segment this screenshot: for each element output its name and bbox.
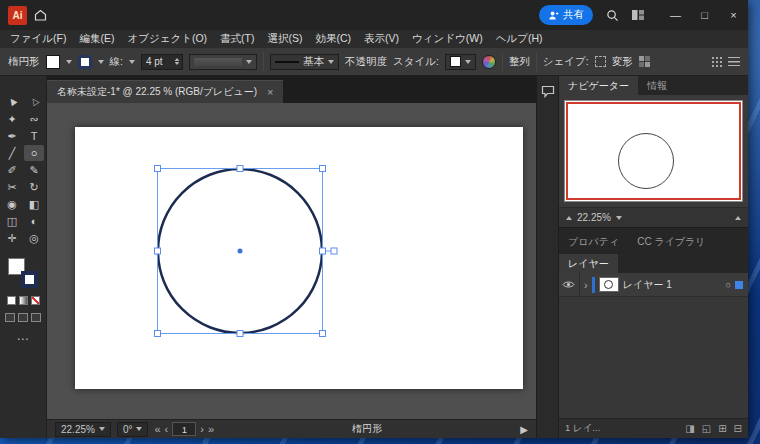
new-layer-button[interactable]: ⊞ <box>718 423 726 434</box>
maximize-button[interactable]: □ <box>690 0 719 30</box>
recolor-artwork-button[interactable] <box>482 55 496 69</box>
align-button[interactable]: 整列 <box>509 55 530 69</box>
center-point[interactable] <box>238 249 243 254</box>
previous-artboard-button[interactable]: ‹ <box>165 423 169 435</box>
navigator-zoom-value[interactable]: 22.25% <box>577 212 611 223</box>
selection-handle[interactable] <box>237 166 243 172</box>
width-profile-dropdown[interactable] <box>189 54 257 70</box>
rotate-tool[interactable]: ↻ <box>24 179 44 195</box>
zoom-tool[interactable]: ◎ <box>24 230 44 246</box>
navigator-zoom-in-icon[interactable] <box>735 216 741 220</box>
stroke-width-stepper[interactable] <box>175 58 180 65</box>
minimize-button[interactable]: — <box>661 0 690 30</box>
share-button[interactable]: 共有 <box>539 5 593 25</box>
transform-button[interactable]: 変形 <box>612 55 633 69</box>
gradient-tool[interactable]: ◧ <box>24 196 44 212</box>
last-artboard-button[interactable]: » <box>208 423 214 435</box>
edit-toolbar-button[interactable]: ⋯ <box>17 332 30 346</box>
paintbrush-tool[interactable]: ✐ <box>2 162 22 178</box>
artboard[interactable] <box>75 127 523 389</box>
layer-thumbnail[interactable] <box>599 277 619 292</box>
blend-tool[interactable]: ◐ <box>24 213 44 229</box>
tab-navigator[interactable]: ナビゲーター <box>559 76 638 95</box>
home-button[interactable] <box>27 0 53 30</box>
workspace-switcher-button[interactable] <box>625 0 651 30</box>
document-tab[interactable]: 名称未設定-1* @ 22.25 % (RGB/プレビュー) × <box>47 80 283 103</box>
menu-edit[interactable]: 編集(E) <box>79 32 114 46</box>
navigator-collapse-icon[interactable] <box>566 216 572 220</box>
delete-layer-button[interactable]: ⊟ <box>734 423 742 434</box>
line-segment-tool[interactable]: ╱ <box>2 145 22 161</box>
create-sublayer-button[interactable]: ◱ <box>702 423 711 434</box>
draw-inside-button[interactable] <box>31 313 41 322</box>
selection-handle[interactable] <box>331 248 337 254</box>
fill-caret-icon[interactable] <box>66 60 72 64</box>
make-clipping-mask-button[interactable]: ◨ <box>685 423 694 434</box>
menu-window[interactable]: ウィンドウ(W) <box>412 32 483 46</box>
color-button[interactable] <box>7 296 16 305</box>
menu-type[interactable]: 書式(T) <box>220 32 254 46</box>
menu-object[interactable]: オブジェクト(O) <box>127 32 207 46</box>
expand-layer-chevron[interactable]: › <box>584 279 588 291</box>
navigator-preview <box>564 100 743 202</box>
selection-handle[interactable] <box>155 331 161 337</box>
stroke-color-indicator[interactable] <box>21 271 38 288</box>
draw-normal-button[interactable] <box>5 313 15 322</box>
zoom-level-dropdown[interactable]: 22.25% <box>55 422 111 437</box>
search-button[interactable] <box>599 0 625 30</box>
tab-cc-libraries[interactable]: CC ライブラリ <box>628 232 714 251</box>
close-button[interactable]: × <box>719 0 748 30</box>
menu-effect[interactable]: 効果(C) <box>315 32 351 46</box>
canvas[interactable] <box>47 103 536 419</box>
tab-info[interactable]: 情報 <box>638 76 676 95</box>
tab-properties[interactable]: プロパティ <box>559 232 628 251</box>
rotation-dropdown[interactable]: 0° <box>117 422 149 437</box>
selection-handle[interactable] <box>155 166 161 172</box>
pencil-tool[interactable]: ✎ <box>24 162 44 178</box>
comments-panel-button[interactable] <box>541 84 555 102</box>
ellipse-tool[interactable]: ○ <box>24 145 44 161</box>
none-button[interactable] <box>31 296 40 305</box>
tab-layers[interactable]: レイヤー <box>559 254 618 273</box>
brush-definition-dropdown[interactable]: 基本 <box>270 54 339 70</box>
selection-handle[interactable] <box>320 166 326 172</box>
transform-grid-icon[interactable] <box>639 56 650 67</box>
scissors-tool[interactable]: ✂ <box>2 179 22 195</box>
layer-name[interactable]: レイヤー 1 <box>623 278 722 292</box>
menu-view[interactable]: 表示(V) <box>364 32 399 46</box>
fill-color-swatch[interactable] <box>46 55 60 69</box>
visibility-toggle[interactable] <box>562 280 575 289</box>
hand-tool[interactable]: ✛ <box>2 230 22 246</box>
selection-handle[interactable] <box>320 248 326 254</box>
eyedropper-tool[interactable]: ◉ <box>2 196 22 212</box>
scroll-right-icon[interactable]: ▶ <box>520 424 528 435</box>
selection-handle[interactable] <box>320 331 326 337</box>
opacity-button[interactable]: 不透明度 <box>345 55 387 69</box>
selection-handle[interactable] <box>237 331 243 337</box>
next-artboard-button[interactable]: › <box>200 423 204 435</box>
navigator-zoom-dropdown-icon[interactable] <box>616 216 622 220</box>
menu-file[interactable]: ファイル(F) <box>10 32 66 46</box>
menu-help[interactable]: ヘルプ(H) <box>496 32 543 46</box>
first-artboard-button[interactable]: « <box>154 423 160 435</box>
artboard-number-field[interactable]: 1 <box>172 422 196 436</box>
stroke-weight-caret-icon[interactable] <box>129 60 135 64</box>
pen-tool[interactable]: ✒ <box>2 128 22 144</box>
close-document-icon[interactable]: × <box>267 86 273 98</box>
layer-target-icon[interactable]: ○ <box>726 280 731 290</box>
layer-selection-indicator[interactable] <box>735 281 743 289</box>
shape-builder-tool[interactable]: ◫ <box>2 213 22 229</box>
stroke-caret-icon[interactable] <box>98 60 104 64</box>
stroke-width-field[interactable]: 4 pt <box>141 54 183 70</box>
gradient-button[interactable] <box>19 296 28 305</box>
draw-behind-button[interactable] <box>18 313 28 322</box>
shape-options-icon[interactable] <box>595 56 606 67</box>
menu-select[interactable]: 選択(S) <box>267 32 302 46</box>
layer-row[interactable]: › レイヤー 1 ○ <box>559 273 748 297</box>
stroke-color-swatch[interactable] <box>78 55 92 69</box>
selection-handle[interactable] <box>155 248 161 254</box>
workspace-grid-icon[interactable] <box>711 56 722 67</box>
style-swatch-dropdown[interactable] <box>445 54 476 70</box>
type-tool[interactable]: T <box>24 128 44 144</box>
control-panel-menu-icon[interactable] <box>728 57 740 66</box>
